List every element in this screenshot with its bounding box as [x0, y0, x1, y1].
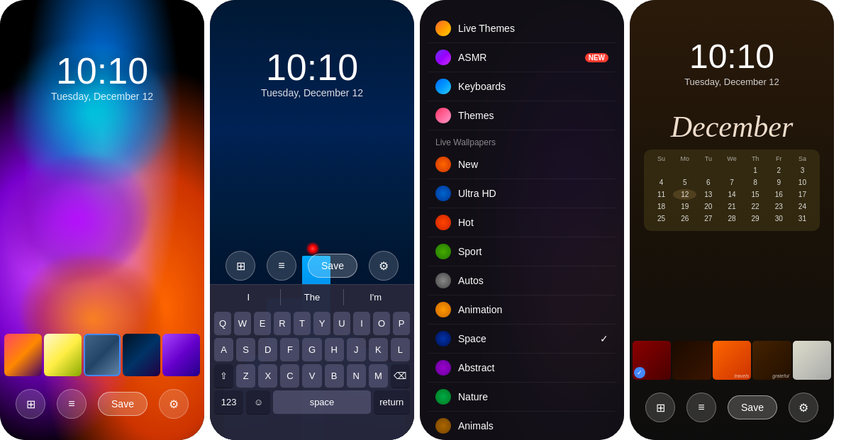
thumb-5[interactable]	[162, 334, 200, 376]
cal-cell-today: 12	[673, 189, 696, 200]
save-button-4[interactable]: Save	[728, 395, 777, 419]
thumb4-4[interactable]: grateful	[752, 341, 791, 380]
key-delete[interactable]: ⌫	[391, 364, 410, 388]
key-l[interactable]: L	[391, 338, 410, 362]
cal-cell-r4c1: 18	[650, 201, 673, 212]
thumb4-1[interactable]: ✓	[633, 341, 671, 380]
menu-item-new[interactable]: New	[428, 150, 616, 179]
key-s[interactable]: S	[236, 338, 255, 362]
key-n[interactable]: N	[347, 364, 366, 388]
save-button-2[interactable]: Save	[308, 254, 357, 278]
menu-item-animation[interactable]: Animation	[428, 295, 616, 325]
menu-item-sport[interactable]: Sport	[428, 237, 616, 266]
menu-item-abstract[interactable]: Abstract	[428, 354, 616, 383]
key-z[interactable]: Z	[236, 364, 255, 388]
thumb4-5[interactable]: LOVE	[793, 341, 831, 380]
key-shift[interactable]: ⇧	[214, 364, 233, 388]
menu-item-hot[interactable]: Hot	[428, 208, 616, 237]
cal-row-2: 4 5 6 7 8 9 10	[650, 177, 814, 188]
menu-item-themes[interactable]: Themes	[428, 101, 616, 130]
cal-cell-r1c5: 1	[744, 165, 767, 176]
cal-cell-r2c1: 4	[650, 177, 673, 188]
menu-item-uhd[interactable]: Ultra HD	[428, 179, 616, 208]
thumb-1[interactable]	[4, 334, 42, 376]
thumb4-2[interactable]	[672, 341, 711, 380]
suggestion-1[interactable]: I	[217, 289, 281, 305]
cal-cell-r2c5: 8	[744, 177, 767, 188]
cal-cell-r3c1: 11	[650, 189, 673, 200]
key-v[interactable]: V	[302, 364, 321, 388]
menu-item-nature[interactable]: Nature	[428, 383, 616, 412]
key-k[interactable]: K	[369, 338, 388, 362]
key-b[interactable]: B	[325, 364, 344, 388]
cal-cell-r1c4	[720, 165, 743, 176]
key-a[interactable]: A	[214, 338, 233, 362]
key-x[interactable]: X	[258, 364, 277, 388]
menu-item-keyboards[interactable]: Keyboards	[428, 72, 616, 101]
animation-label: Animation	[458, 304, 608, 315]
screen1-time: 10:10	[0, 50, 204, 92]
save-button-1[interactable]: Save	[98, 392, 148, 416]
suggestion-2[interactable]: The	[281, 289, 345, 305]
screen-2: 10:10 Tuesday, December 12 ⊞ ≡ Save ⚙ I …	[210, 0, 414, 440]
cal-header-tu: Tu	[696, 155, 720, 162]
key-emoji[interactable]: ☺	[246, 390, 270, 414]
new-icon	[435, 157, 451, 172]
thumb-2[interactable]	[44, 334, 82, 376]
key-y[interactable]: Y	[313, 312, 330, 336]
settings-icon-btn-2[interactable]: ⚙	[369, 251, 399, 281]
suggestion-3[interactable]: I'm	[344, 289, 407, 305]
grid-icon-btn-2[interactable]: ⊞	[226, 251, 255, 281]
cal-cell-r5c7: 31	[791, 213, 814, 224]
key-g[interactable]: G	[302, 338, 321, 362]
key-j[interactable]: J	[347, 338, 366, 362]
key-r[interactable]: R	[274, 312, 291, 336]
key-o[interactable]: O	[373, 312, 390, 336]
key-row-1: Q W E R T Y U I O P	[214, 312, 410, 336]
bottom-bar-2: ⊞ ≡ Save ⚙	[210, 251, 414, 281]
key-123[interactable]: 123	[214, 390, 243, 414]
list-icon-btn-2[interactable]: ≡	[267, 251, 296, 281]
key-space[interactable]: space	[273, 390, 370, 414]
key-i[interactable]: I	[353, 312, 370, 336]
menu-item-asmr[interactable]: ASMR NEW	[428, 43, 616, 72]
animation-icon	[435, 302, 451, 317]
keyboard[interactable]: I The I'm Q W E R T Y U I O P A S D F G …	[210, 284, 414, 440]
thumb4-4-label: grateful	[772, 373, 789, 378]
thumb-4[interactable]	[123, 334, 160, 376]
calendar-month: December	[644, 110, 820, 144]
settings-icon-btn-4[interactable]: ⚙	[789, 393, 818, 422]
thumb4-3[interactable]: travels	[713, 341, 751, 380]
list-icon-btn-4[interactable]: ≡	[686, 393, 716, 422]
screen-1: 10:10 Tuesday, December 12 ⊞ ≡ Save ⚙	[0, 0, 204, 440]
key-w[interactable]: W	[234, 312, 251, 336]
cal-header-mo: Mo	[673, 155, 696, 162]
menu-item-animals[interactable]: Animals	[428, 412, 616, 440]
cal-cell-r1c7: 3	[791, 165, 814, 176]
menu-item-live-themes[interactable]: Live Themes	[428, 14, 616, 43]
grid-icon-btn[interactable]: ⊞	[16, 389, 45, 419]
list-icon-btn[interactable]: ≡	[57, 389, 87, 419]
cal-row-5: 25 26 27 28 29 30 31	[650, 213, 814, 224]
asmr-badge: NEW	[585, 53, 608, 62]
key-return[interactable]: return	[374, 390, 410, 414]
grid-icon-btn-4[interactable]: ⊞	[645, 393, 675, 422]
key-t[interactable]: T	[294, 312, 311, 336]
key-u[interactable]: U	[333, 312, 350, 336]
key-row-3: ⇧ Z X C V B N M ⌫	[214, 364, 410, 388]
key-d[interactable]: D	[258, 338, 277, 362]
key-m[interactable]: M	[369, 364, 388, 388]
settings-icon-btn[interactable]: ⚙	[159, 389, 189, 419]
key-h[interactable]: H	[325, 338, 344, 362]
thumb4-check: ✓	[634, 367, 645, 378]
key-e[interactable]: E	[254, 312, 271, 336]
key-f[interactable]: F	[280, 338, 299, 362]
cal-cell-r1c3	[696, 165, 720, 176]
menu-item-space[interactable]: Space ✓	[428, 325, 616, 354]
thumb-3[interactable]	[84, 334, 121, 376]
menu-item-autos[interactable]: Autos	[428, 266, 616, 295]
key-p[interactable]: P	[393, 312, 410, 336]
key-q[interactable]: Q	[214, 312, 231, 336]
key-c[interactable]: C	[280, 364, 299, 388]
suggestions-row: I The I'm	[210, 285, 414, 310]
